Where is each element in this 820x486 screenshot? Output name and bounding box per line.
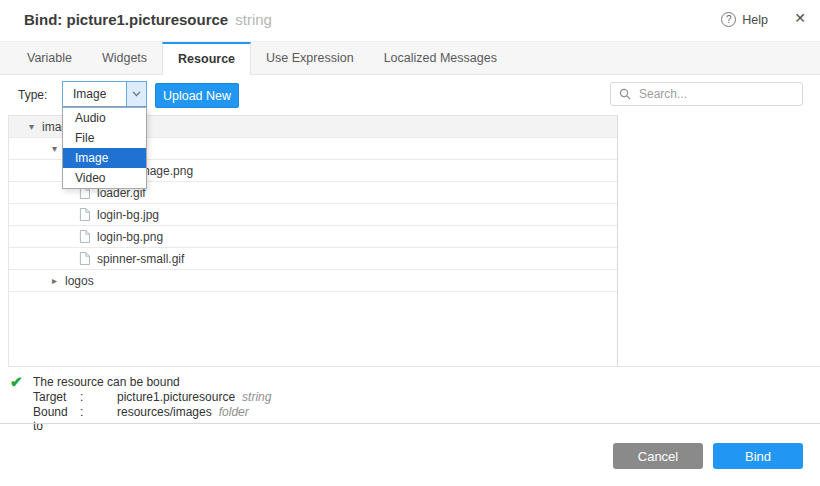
type-select-value: Image <box>63 82 126 106</box>
help-button[interactable]: Help <box>721 12 768 27</box>
type-select[interactable]: Image <box>62 81 147 107</box>
search-icon <box>619 88 631 100</box>
dialog-title-text: Bind: picture1.picturesource <box>24 11 228 28</box>
tab-use-expression[interactable]: Use Expression <box>251 42 369 74</box>
caret-down-icon[interactable]: ▾ <box>48 143 61 154</box>
tree-file-spinner-small.gif[interactable]: spinner-small.gif <box>9 248 617 270</box>
status-row-target: Target : picture1.picturesource string <box>33 390 271 404</box>
tab-localized-messages[interactable]: Localized Messages <box>369 42 512 74</box>
file-icon <box>79 208 90 221</box>
tab-widgets[interactable]: Widgets <box>87 42 162 74</box>
dialog-title-type: string <box>235 11 272 28</box>
chevron-down-icon[interactable] <box>126 82 146 106</box>
tab-strip: Variable Widgets Resource Use Expression… <box>0 42 820 75</box>
file-icon <box>79 230 90 243</box>
tab-resource[interactable]: Resource <box>162 42 251 75</box>
tree-folder-logos[interactable]: ▸logos <box>9 270 617 292</box>
tree-file-login-bg.png[interactable]: login-bg.png <box>9 226 617 248</box>
help-label: Help <box>742 13 768 27</box>
bind-button[interactable]: Bind <box>713 443 803 469</box>
file-icon <box>79 252 90 265</box>
type-dropdown-menu: AudioFileImageVideo <box>62 107 147 189</box>
status-value: resources/images <box>117 405 212 433</box>
tab-variable[interactable]: Variable <box>12 42 87 74</box>
check-icon <box>10 373 23 391</box>
status-value: picture1.picturesource <box>117 390 235 404</box>
status-message: The resource can be bound <box>33 375 180 389</box>
type-option-file[interactable]: File <box>63 128 146 148</box>
status-label: Bound to <box>33 405 80 433</box>
preview-panel <box>618 115 820 367</box>
close-icon[interactable] <box>794 10 806 26</box>
cancel-button[interactable]: Cancel <box>613 443 703 469</box>
search-box[interactable] <box>610 82 803 106</box>
tree-item-label: logos <box>65 274 94 288</box>
tree-item-label: spinner-small.gif <box>97 252 184 266</box>
status-separator: : <box>80 390 117 404</box>
caret-right-icon[interactable]: ▸ <box>48 275 61 286</box>
help-icon <box>721 12 736 27</box>
status-separator: : <box>80 405 117 433</box>
footer-divider <box>0 423 820 424</box>
tree-file-login-bg.jpg[interactable]: login-bg.jpg <box>9 204 617 226</box>
type-option-video[interactable]: Video <box>63 168 146 188</box>
search-input[interactable] <box>637 86 787 102</box>
type-option-audio[interactable]: Audio <box>63 108 146 128</box>
type-option-image[interactable]: Image <box>63 148 146 168</box>
caret-down-icon[interactable]: ▾ <box>25 121 38 132</box>
tree-item-label: login-bg.png <box>97 230 163 244</box>
tree-item-label: login-bg.jpg <box>97 208 159 222</box>
status-label: Target <box>33 390 80 404</box>
dialog-titlebar: Bind: picture1.picturesourcestring Help <box>0 0 820 42</box>
status-meta: string <box>242 390 271 404</box>
upload-new-button[interactable]: Upload New <box>155 83 239 108</box>
dialog-title: Bind: picture1.picturesourcestring <box>24 11 272 28</box>
status-row-bound-to: Bound to : resources/images folder <box>33 405 249 433</box>
type-label: Type: <box>18 88 47 102</box>
status-meta: folder <box>219 405 249 433</box>
